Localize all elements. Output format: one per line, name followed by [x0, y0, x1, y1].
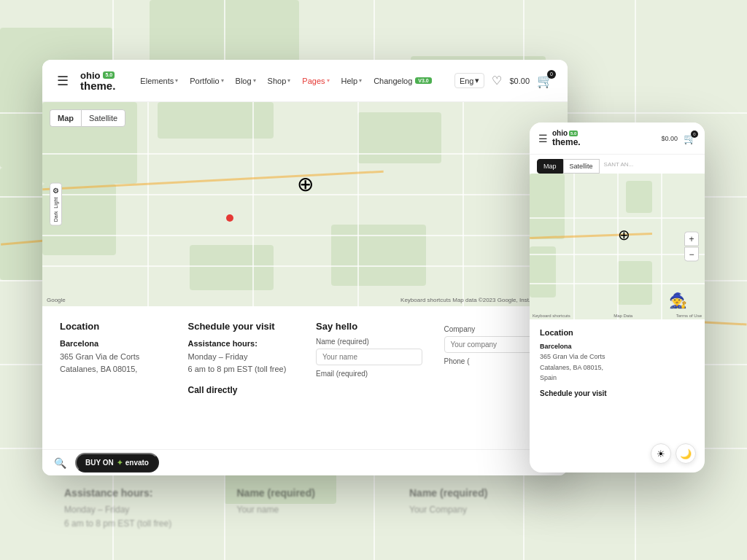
name-input[interactable]: [316, 349, 422, 365]
mobile-map: ⊕ + − 🧙 Keyboard shortcuts Map Data Term…: [530, 174, 705, 319]
logo-version-badge: 5.0: [103, 71, 115, 79]
mobile-map-tabs: Map Satellite SANT AN...: [530, 155, 705, 174]
nav-elements[interactable]: Elements ▾: [136, 74, 182, 88]
zoom-out-button[interactable]: −: [684, 247, 699, 262]
schedule-heading: Schedule your visit: [188, 321, 295, 332]
map-pin-alt: [226, 214, 233, 222]
mobile-map-pin: ⊕: [618, 226, 630, 244]
location-heading: Location: [60, 321, 166, 332]
nav-changelog[interactable]: Changelog V3.0: [369, 74, 436, 88]
mobile-location-heading: Location: [540, 328, 694, 337]
hours-time: 6 am to 8 pm EST (toll free): [188, 363, 295, 376]
logo-theme-text: theme.: [80, 80, 115, 91]
say-hello-col: Say hello Name (required) Email (require…: [316, 321, 422, 397]
schedule-col: Schedule your visit Assistance hours: Mo…: [188, 321, 295, 397]
location-col: Location Barcelona 365 Gran Via de Corts…: [60, 321, 166, 397]
nav-portfolio[interactable]: Portfolio ▾: [185, 74, 228, 88]
map-view-toggle: Map Satellite: [50, 109, 125, 127]
nav-pages[interactable]: Pages ▾: [298, 74, 333, 88]
satellite-tab[interactable]: Satellite: [81, 109, 125, 127]
mobile-mockup: ☰ ohio 5.0 theme. $0.00 🛒 0 Map Satellit…: [530, 122, 705, 472]
mobile-satellite-tab[interactable]: Satellite: [563, 159, 600, 174]
bg-heading-1: Assistance hours:: [64, 487, 208, 499]
lang-chevron: ▾: [475, 76, 479, 85]
zoom-in-button[interactable]: +: [684, 232, 699, 246]
search-button[interactable]: 🔍: [54, 457, 66, 469]
say-hello-heading: Say hello: [316, 321, 422, 332]
email-label: Email (required): [316, 370, 422, 378]
mobile-navbar: ☰ ohio 5.0 theme. $0.00 🛒 0: [530, 122, 705, 155]
hours-days: Monday – Friday: [188, 351, 295, 364]
mobile-hamburger-icon[interactable]: ☰: [538, 133, 548, 144]
logo-ohio-text: ohio: [80, 71, 100, 80]
mobile-nav-right: $0.00 🛒 0: [661, 133, 696, 144]
mobile-logo-theme: theme.: [552, 137, 581, 147]
bg-col-3: Name (required) Your Company: [409, 487, 553, 545]
desktop-navbar: ☰ ohio 5.0 theme. Elements ▾ Portfolio ▾…: [42, 60, 568, 102]
desktop-bottom-bar: 🔍 BUY ON ✦ envato: [42, 449, 568, 475]
buy-on-envato-button[interactable]: BUY ON ✦ envato: [75, 453, 159, 472]
nav-help[interactable]: Help ▾: [337, 74, 367, 88]
cart-count-badge: 0: [547, 70, 556, 79]
mobile-address2: Catalanes, BA 08015,: [540, 362, 694, 373]
mobile-country: Spain: [540, 373, 694, 383]
mobile-city: Barcelona: [540, 341, 694, 351]
map-background: [42, 102, 568, 306]
mobile-map-character: 🧙: [669, 292, 687, 309]
location-city: Barcelona: [60, 338, 166, 351]
mobile-map-tab[interactable]: Map: [537, 159, 563, 174]
bg-text-2: 6 am to 8 pm EST (toll free): [64, 517, 208, 531]
location-address1: 365 Gran Via de Corts: [60, 351, 166, 364]
bg-text-4: Your Company: [409, 503, 553, 517]
nav-right: Eng ▾ ♡ $0.00 🛒 0: [454, 73, 553, 89]
mobile-content: Location Barcelona 365 Gran Via de Corts…: [530, 319, 705, 406]
mobile-address1: 365 Gran Via de Corts: [540, 351, 694, 362]
changelog-badge: V3.0: [415, 77, 431, 84]
bg-col-1: Assistance hours: Monday – Friday 6 am t…: [64, 487, 208, 545]
mobile-logo[interactable]: ohio 5.0 theme.: [552, 129, 581, 147]
wishlist-icon[interactable]: ♡: [492, 74, 502, 88]
light-theme-button[interactable]: ☀: [651, 443, 671, 464]
cart-price: $0.00: [509, 77, 530, 85]
mobile-map-location-label: SANT AN...: [604, 161, 634, 174]
map-tab[interactable]: Map: [50, 109, 81, 127]
nav-menu: Elements ▾ Portfolio ▾ Blog ▾ Shop ▾ Pag…: [136, 74, 449, 88]
desktop-mockup: ☰ ohio 5.0 theme. Elements ▾ Portfolio ▾…: [42, 60, 568, 475]
envato-icon: ✦: [117, 459, 123, 467]
map-dark-light-control: ⚙ Light Dark: [50, 183, 62, 226]
light-label: Light: [53, 196, 58, 210]
lang-text: Eng: [460, 77, 474, 85]
mobile-map-attribution: Keyboard shortcuts Map Data Terms of Use: [530, 314, 705, 318]
hours-label: Assistance hours:: [188, 339, 258, 348]
hamburger-icon[interactable]: ☰: [57, 73, 69, 89]
bg-text-1: Monday – Friday: [64, 503, 208, 517]
mobile-theme-toggle: ☀ 🌙: [651, 443, 696, 464]
language-selector[interactable]: Eng ▾: [454, 73, 485, 88]
dark-theme-button[interactable]: 🌙: [676, 443, 696, 464]
nav-shop[interactable]: Shop ▾: [263, 74, 295, 88]
name-label: Name (required): [316, 338, 422, 346]
cart-icon[interactable]: 🛒 0: [537, 73, 553, 89]
map-location-pin: ⊕: [297, 172, 314, 196]
envato-label: envato: [125, 459, 149, 467]
location-address2: Catalanes, BA 08015,: [60, 363, 166, 376]
desktop-map: Map Satellite ⊕ ⚙ Light Dark Google Keyb…: [42, 102, 568, 306]
bg-heading-2: Name (required): [237, 487, 381, 499]
nav-blog[interactable]: Blog ▾: [231, 74, 260, 88]
background-content: Assistance hours: Monday – Friday 6 am t…: [42, 472, 747, 560]
call-directly-label: Call directly: [188, 384, 295, 397]
bg-heading-3: Name (required): [409, 487, 553, 499]
desktop-content: Location Barcelona 365 Gran Via de Corts…: [42, 306, 568, 412]
dark-label: Dark: [53, 211, 58, 222]
map-attribution: Google: [47, 297, 66, 303]
bg-col-4: [582, 487, 726, 545]
bg-text-3: Your name: [237, 503, 381, 517]
mobile-cart-price: $0.00: [661, 135, 678, 142]
mobile-zoom-controls: + −: [684, 232, 699, 262]
mobile-cart-count: 0: [691, 131, 698, 138]
mobile-cart-icon[interactable]: 🛒 0: [684, 133, 696, 144]
logo[interactable]: ohio 5.0 theme.: [80, 71, 115, 91]
mobile-logo-ohio: ohio 5.0: [552, 129, 581, 137]
mobile-logo-badge: 5.0: [569, 131, 578, 136]
bg-col-2: Name (required) Your name: [237, 487, 381, 545]
